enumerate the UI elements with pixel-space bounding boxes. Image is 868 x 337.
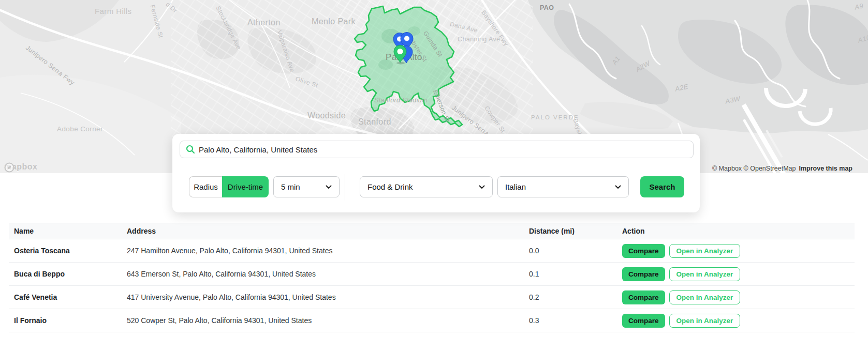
result-distance: 0.1 [520, 270, 622, 278]
improve-map-link[interactable]: Improve this map [799, 165, 853, 172]
chevron-down-icon [615, 185, 621, 189]
location-search [180, 141, 694, 158]
table-body: Osteria Toscana 247 Hamilton Avenue, Pal… [9, 239, 855, 332]
result-name: Café Venetia [9, 293, 127, 301]
open-analyzer-button[interactable]: Open in Analyzer [669, 267, 741, 281]
chevron-down-icon [326, 185, 332, 189]
result-name: Buca di Beppo [9, 270, 127, 278]
result-distance: 0.3 [520, 316, 622, 325]
result-name: Il Fornaio [9, 316, 127, 325]
open-analyzer-button[interactable]: Open in Analyzer [669, 290, 741, 304]
chevron-down-icon [479, 185, 485, 189]
subcategory-select[interactable]: Italian [497, 176, 629, 197]
search-button[interactable]: Search [640, 176, 684, 197]
category-select-value: Food & Drink [367, 182, 413, 191]
result-distance: 0.0 [520, 247, 622, 255]
subcategory-select-value: Italian [505, 182, 526, 191]
table-row: Osteria Toscana 247 Hamilton Avenue, Pal… [9, 239, 855, 263]
open-analyzer-button[interactable]: Open in Analyzer [669, 244, 741, 258]
result-address: 520 Cowper St, Palo Alto, California 943… [127, 316, 520, 325]
compare-button[interactable]: Compare [622, 244, 665, 258]
table-header: Name Address Distance (mi) Action [9, 223, 855, 239]
compare-button[interactable]: Compare [622, 290, 665, 304]
column-header-distance: Distance (mi) [520, 227, 622, 235]
category-select[interactable]: Food & Drink [360, 176, 493, 197]
results-table: Name Address Distance (mi) Action Osteri… [9, 223, 855, 332]
mapbox-logo[interactable]: mapbox [4, 162, 37, 172]
drivetime-toggle-button[interactable]: Drive-time [222, 176, 269, 197]
time-select[interactable]: 5 min [273, 176, 340, 197]
result-address: 417 University Avenue, Palo Alto, Califo… [127, 293, 520, 301]
table-row: Il Fornaio 520 Cowper St, Palo Alto, Cal… [9, 309, 855, 332]
table-row: Buca di Beppo 643 Emerson St, Palo Alto,… [9, 263, 855, 286]
controls-divider [345, 174, 345, 201]
location-input[interactable] [180, 141, 694, 158]
mode-toggle: Radius Drive-time [189, 176, 269, 197]
result-address: 643 Emerson St, Palo Alto, California 94… [127, 270, 520, 278]
map-attribution: © Mapbox © OpenStreetMapImprove this map [712, 165, 852, 172]
column-header-action: Action [622, 227, 855, 235]
search-panel: Radius Drive-time 5 min Food & Drink Ita… [172, 134, 700, 212]
compare-button[interactable]: Compare [622, 267, 665, 281]
table-row: Café Venetia 417 University Avenue, Palo… [9, 286, 855, 309]
mapbox-logo-icon [4, 162, 14, 173]
result-name: Osteria Toscana [9, 247, 127, 255]
attribution-text: © Mapbox © OpenStreetMap [712, 165, 796, 172]
open-analyzer-button[interactable]: Open in Analyzer [669, 314, 741, 328]
time-select-value: 5 min [281, 182, 300, 191]
result-distance: 0.2 [520, 293, 622, 301]
search-icon [185, 144, 196, 155]
app: Farm Hillsd DrFernside StStockbridge Ave… [0, 0, 868, 337]
radius-toggle-button[interactable]: Radius [189, 176, 222, 197]
result-address: 247 Hamilton Avenue, Palo Alto, Californ… [127, 247, 520, 255]
compare-button[interactable]: Compare [622, 314, 665, 328]
column-header-address: Address [127, 227, 520, 235]
search-controls: Radius Drive-time 5 min Food & Drink Ita… [189, 176, 684, 197]
column-header-name: Name [9, 227, 127, 235]
